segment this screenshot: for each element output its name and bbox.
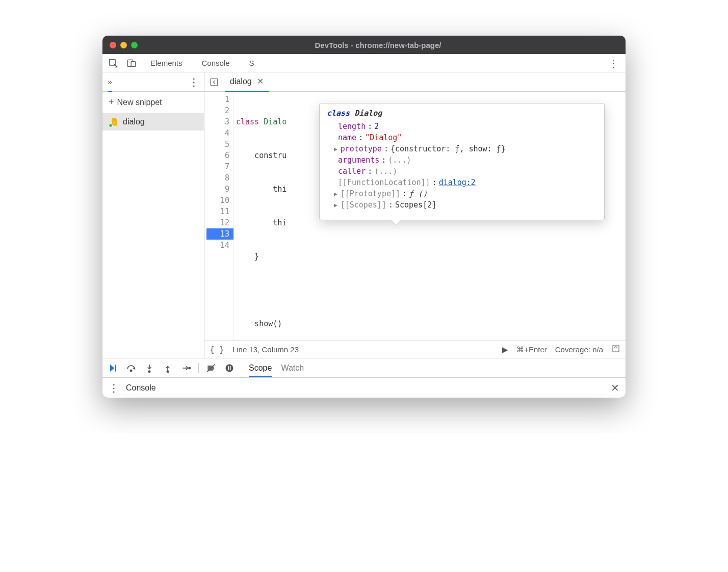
svg-point-11 — [226, 364, 233, 372]
device-toolbar-icon[interactable] — [125, 57, 138, 70]
pause-on-exceptions-button[interactable] — [223, 362, 236, 374]
location-link[interactable]: dialog:2 — [439, 178, 476, 187]
editor-tab-dialog[interactable]: dialog ✕ — [225, 72, 269, 92]
more-tabs-icon[interactable]: ⋮ — [605, 57, 621, 69]
svg-rect-13 — [230, 366, 231, 370]
popover-prop-functionlocation: [[FunctionLocation]]: dialog:2 — [327, 177, 597, 188]
editor-status-bar: { } Line 13, Column 23 ▶ ⌘+Enter Coverag… — [204, 341, 626, 358]
main-area: » ⋮ + New snippet dialog di — [102, 72, 626, 358]
debug-toolbar: Scope Watch — [102, 358, 626, 377]
status-dot-icon — [109, 123, 113, 127]
window-title: DevTools - chrome://new-tab-page/ — [138, 41, 618, 49]
svg-rect-2 — [131, 61, 135, 66]
expand-icon[interactable]: ▶ — [334, 146, 337, 152]
run-snippet-icon[interactable]: ▶ — [502, 345, 508, 354]
svg-point-7 — [148, 371, 150, 372]
snippet-file-item[interactable]: dialog — [102, 113, 204, 131]
new-snippet-label: New snippet — [117, 98, 162, 107]
resume-button[interactable] — [107, 362, 119, 374]
navigator-pane: » ⋮ + New snippet dialog — [102, 72, 204, 358]
navigator-menu-icon[interactable]: ⋮ — [189, 76, 199, 88]
popover-prop-name: name: "Dialog" — [327, 132, 597, 143]
devtools-window: DevTools - chrome://new-tab-page/ Elemen… — [102, 36, 626, 398]
popover-prop-length: length: 2 — [327, 121, 597, 132]
svg-rect-3 — [211, 79, 218, 86]
step-out-button[interactable] — [162, 362, 174, 374]
plus-icon: + — [109, 97, 114, 108]
expand-icon[interactable]: ▶ — [334, 191, 337, 197]
popover-prop-caller[interactable]: caller: (...) — [327, 166, 597, 177]
popover-prop-prototype-internal[interactable]: ▶ [[Prototype]]: ƒ () — [327, 188, 597, 199]
traffic-lights — [110, 42, 138, 48]
tab-watch[interactable]: Watch — [281, 363, 304, 377]
close-window-button[interactable] — [110, 42, 116, 48]
deactivate-breakpoints-button[interactable] — [205, 362, 217, 374]
popover-header: class Dialog — [327, 109, 597, 118]
titlebar: DevTools - chrome://new-tab-page/ — [102, 36, 626, 54]
coverage-status: Coverage: n/a — [555, 345, 603, 354]
close-tab-icon[interactable]: ✕ — [257, 76, 264, 86]
step-over-button[interactable] — [125, 362, 137, 374]
step-into-button[interactable] — [143, 362, 155, 374]
svg-point-6 — [130, 370, 132, 371]
step-button[interactable] — [180, 362, 192, 374]
snippet-file-label: dialog — [123, 117, 145, 126]
console-drawer-label[interactable]: Console — [126, 383, 156, 393]
panel-tabs: Elements Console S ⋮ — [102, 54, 626, 72]
scope-watch-tabs: Scope Watch — [242, 363, 621, 373]
pretty-print-icon[interactable]: { } — [210, 345, 224, 354]
zoom-window-button[interactable] — [131, 42, 138, 48]
inspect-element-icon[interactable] — [107, 57, 120, 70]
tab-elements[interactable]: Elements — [143, 54, 190, 72]
svg-rect-12 — [228, 366, 229, 370]
navigator-more-icon[interactable]: » — [108, 77, 112, 92]
editor-tabs: dialog ✕ — [204, 72, 626, 92]
tab-sources-truncated[interactable]: S — [242, 54, 262, 72]
snippet-file-icon — [110, 117, 119, 126]
run-shortcut-hint: ⌘+Enter — [516, 345, 547, 354]
object-preview-popover: class Dialog length: 2 name: "Dialog" ▶ … — [319, 103, 605, 220]
popover-prop-scopes[interactable]: ▶ [[Scopes]]: Scopes[2] — [327, 199, 597, 211]
console-menu-icon[interactable]: ⋮ — [109, 382, 119, 394]
editor-nav-back-icon[interactable] — [207, 75, 221, 89]
close-drawer-icon[interactable]: ✕ — [611, 382, 619, 394]
minimize-window-button[interactable] — [120, 42, 127, 48]
console-drawer: ⋮ Console ✕ — [102, 377, 626, 398]
tab-console[interactable]: Console — [195, 54, 237, 72]
cursor-position: Line 13, Column 23 — [232, 345, 299, 354]
svg-rect-5 — [115, 365, 116, 371]
navigator-header: » ⋮ — [102, 72, 204, 92]
expand-icon[interactable]: ▶ — [334, 202, 337, 209]
new-snippet-button[interactable]: + New snippet — [102, 92, 204, 113]
editor-float-icon[interactable] — [611, 344, 620, 355]
svg-point-8 — [167, 371, 168, 372]
tab-scope[interactable]: Scope — [249, 363, 272, 377]
svg-point-9 — [189, 367, 190, 369]
popover-prop-prototype[interactable]: ▶ prototype: {constructor: ƒ, show: ƒ} — [327, 143, 597, 154]
editor-tab-label: dialog — [230, 77, 252, 86]
popover-prop-arguments[interactable]: arguments: (...) — [327, 154, 597, 166]
line-gutter: 1234 5678 9101112 1314 — [204, 92, 234, 341]
toolbar-divider — [198, 363, 199, 373]
